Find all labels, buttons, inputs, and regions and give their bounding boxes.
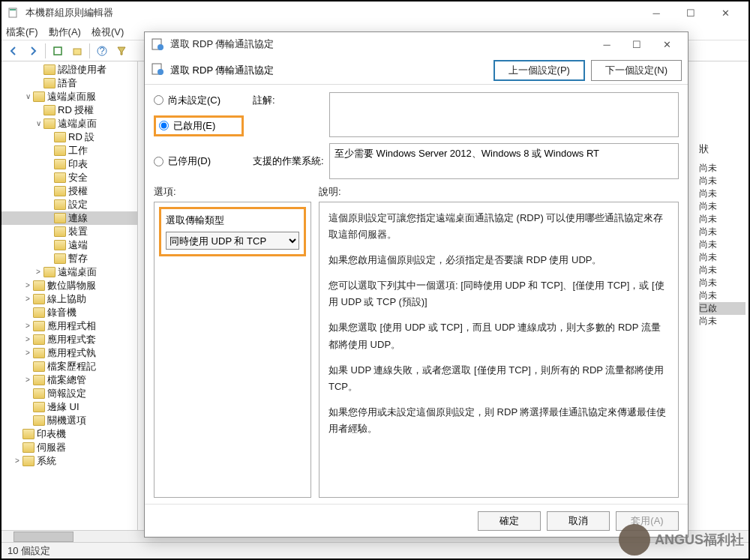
- previous-setting-button[interactable]: 上一個設定(P): [494, 60, 585, 81]
- options-panel: 選取傳輸類型 同時使用 UDP 和 TCP: [154, 202, 311, 498]
- svg-rect-2: [54, 47, 62, 55]
- ok-button[interactable]: 確定: [478, 511, 541, 531]
- tree-item[interactable]: 語音: [2, 76, 137, 90]
- dialog-title: 選取 RDP 傳輸通訊協定: [170, 37, 592, 51]
- back-icon[interactable]: [4, 42, 22, 60]
- status-column: 狀 尚未尚未尚未尚未尚未尚未尚未尚未尚未尚未尚未已啟尚未: [699, 142, 746, 328]
- policy-icon: [151, 37, 164, 51]
- outer-title: 本機群組原則編輯器: [26, 6, 639, 19]
- gpedit-icon: [8, 7, 20, 19]
- tree-item[interactable]: 安全: [2, 171, 137, 184]
- tree-item[interactable]: 伺服器: [2, 441, 137, 454]
- help-icon[interactable]: ?: [93, 42, 111, 60]
- status-text: 10 個設定: [8, 544, 50, 558]
- supported-label: 支援的作業系統:: [253, 154, 320, 168]
- radio-not-configured[interactable]: 尚未設定(C): [154, 94, 244, 107]
- tree-item[interactable]: RD 授權: [2, 103, 137, 117]
- tree-item[interactable]: >線上協助: [2, 292, 137, 306]
- tree-item[interactable]: 授權: [2, 184, 137, 198]
- tree-item[interactable]: 簡報設定: [2, 387, 137, 400]
- menu-action[interactable]: 動作(A): [49, 25, 81, 39]
- tree-item[interactable]: >數位購物服: [2, 279, 137, 292]
- tree-item[interactable]: 錄音機: [2, 306, 137, 319]
- transport-type-label: 選取傳輸類型: [166, 214, 299, 227]
- description-header: 說明:: [319, 185, 679, 199]
- tree-item[interactable]: 連線: [2, 211, 137, 225]
- menu-file[interactable]: 檔案(F): [6, 25, 38, 39]
- comment-field[interactable]: [329, 92, 679, 137]
- watermark: ANGUS福利社: [619, 524, 744, 556]
- close-button[interactable]: ✕: [708, 1, 742, 24]
- tree-item[interactable]: 邊緣 UI: [2, 400, 137, 414]
- tree-item[interactable]: 印表機: [2, 427, 137, 441]
- radio-disabled[interactable]: 已停用(D): [154, 154, 244, 168]
- policy-dialog: 選取 RDP 傳輸通訊協定 ─ ☐ ✕ 選取 RDP 傳輸通訊協定 上一個設定(…: [144, 31, 688, 538]
- svg-rect-1: [10, 9, 16, 10]
- tree-item[interactable]: 裝置: [2, 225, 137, 238]
- tree-item[interactable]: 暫存: [2, 252, 137, 265]
- next-setting-button[interactable]: 下一個設定(N): [591, 60, 682, 81]
- filter-icon[interactable]: [112, 42, 130, 60]
- description-panel: 這個原則設定可讓您指定遠端桌面通訊協定 (RDP) 可以使用哪些通訊協定來存取這…: [319, 202, 679, 498]
- dialog-titlebar: 選取 RDP 傳輸通訊協定 ─ ☐ ✕: [145, 32, 688, 56]
- tree-item[interactable]: >遠端桌面: [2, 265, 137, 279]
- export-icon[interactable]: [68, 42, 86, 60]
- svg-point-7: [158, 44, 164, 50]
- menu-view[interactable]: 檢視(V): [92, 25, 124, 39]
- svg-text:?: ?: [99, 46, 104, 56]
- tree-pane[interactable]: 認證使用者語音∨遠端桌面服RD 授權∨遠端桌面RD 設工作印表安全授權設定連線裝…: [2, 61, 138, 542]
- options-header: 選項:: [154, 185, 311, 199]
- dialog-close-button[interactable]: ✕: [652, 34, 682, 55]
- tree-item[interactable]: >應用程式相: [2, 319, 137, 333]
- svg-rect-3: [74, 49, 81, 55]
- tree-item[interactable]: 印表: [2, 157, 137, 171]
- cancel-button[interactable]: 取消: [547, 511, 610, 531]
- tree-item[interactable]: >檔案總管: [2, 373, 137, 387]
- forward-icon[interactable]: [24, 42, 42, 60]
- comment-label: 註解:: [253, 94, 320, 107]
- tree-item[interactable]: 工作: [2, 144, 137, 157]
- policy-icon: [151, 62, 164, 78]
- dialog-minimize-button[interactable]: ─: [592, 34, 622, 55]
- tree-item[interactable]: ∨遠端桌面: [2, 117, 137, 130]
- tree-item[interactable]: RD 設: [2, 130, 137, 144]
- supported-os-field: 至少需要 Windows Server 2012、Windows 8 或 Win…: [329, 143, 679, 179]
- tree-item[interactable]: 設定: [2, 198, 137, 211]
- transport-type-select[interactable]: 同時使用 UDP 和 TCP: [166, 232, 299, 250]
- watermark-avatar: [619, 524, 650, 556]
- dialog-maximize-button[interactable]: ☐: [622, 34, 652, 55]
- svg-point-9: [158, 69, 164, 75]
- tree-item[interactable]: 關機選項: [2, 414, 137, 427]
- tree-item[interactable]: >系統: [2, 454, 137, 468]
- outer-titlebar: 本機群組原則編輯器 ─ ☐ ✕: [2, 1, 748, 24]
- watermark-text: ANGUS福利社: [655, 531, 744, 549]
- maximize-button[interactable]: ☐: [674, 1, 708, 24]
- dialog-subtitle: 選取 RDP 傳輸通訊協定: [170, 64, 274, 77]
- tree-item[interactable]: 認證使用者: [2, 63, 137, 76]
- tree-item[interactable]: ∨遠端桌面服: [2, 90, 137, 103]
- tree-item[interactable]: 檔案歷程記: [2, 360, 137, 373]
- tree-item[interactable]: 遠端: [2, 238, 137, 252]
- refresh-icon[interactable]: [49, 42, 67, 60]
- tree-item[interactable]: >應用程式執: [2, 346, 137, 360]
- minimize-button[interactable]: ─: [639, 1, 674, 24]
- tree-item[interactable]: >應用程式套: [2, 333, 137, 346]
- radio-enabled[interactable]: 已啟用(E): [159, 119, 215, 133]
